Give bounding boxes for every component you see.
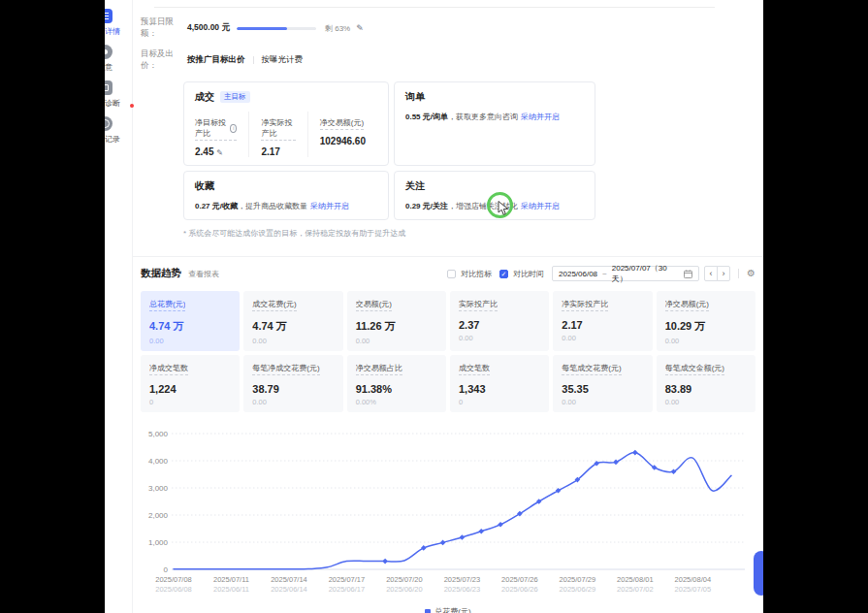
metric-card-label: 净交易额(元): [665, 299, 709, 311]
goal-price: 0.29 元/关注: [405, 202, 448, 210]
metric-card-label: 每笔净成交花费(元): [252, 363, 319, 375]
trend-header: 数据趋势 查看报表 对比指标 ✓ 对比时间 2025/06/08 ~ 2025/…: [141, 266, 755, 281]
svg-text:2025/06/17: 2025/06/17: [329, 585, 366, 594]
svg-text:2025/06/20: 2025/06/20: [386, 585, 423, 594]
metric-card-compare-value: 0.00: [252, 337, 334, 345]
svg-text:2025/08/04: 2025/08/04: [675, 575, 712, 584]
metric-card-compare-value: 0.00: [562, 334, 643, 342]
goal-card-title: 成交: [195, 90, 214, 104]
view-report-link[interactable]: 查看报表: [188, 269, 219, 279]
metric-card[interactable]: 每笔成交金额(元)83.890.00: [657, 355, 755, 412]
metric-label: 净目标投产比: [195, 117, 228, 139]
goal-bid-row: 目标及出价： 按推广目标出价 按曝光计费: [141, 48, 755, 72]
metric-card-compare-value: 0.00: [665, 337, 747, 345]
svg-text:2025/07/14: 2025/07/14: [271, 575, 307, 584]
settings-gear-icon[interactable]: ⚙: [747, 269, 755, 278]
svg-text:2025/07/23: 2025/07/23: [444, 575, 481, 584]
goal-price: 0.55 元/询单: [405, 113, 448, 121]
metric-card[interactable]: 交易额(元)11.26 万0.00: [347, 291, 446, 351]
metric-card-value: 1,224: [149, 383, 231, 395]
metric-card-compare-value: 0.00%: [356, 398, 437, 406]
info-icon[interactable]: i: [230, 124, 237, 133]
svg-text:2025/07/11: 2025/07/11: [213, 575, 249, 584]
metric-card-compare-value: 0.00: [459, 334, 540, 342]
metric-card-label: 成交笔数: [459, 363, 490, 375]
section-divider: [133, 256, 763, 257]
metric-card[interactable]: 净交易额占比91.38%0.00%: [347, 355, 446, 412]
metric-card[interactable]: 净成交笔数1,2240: [141, 355, 240, 412]
bid-by-impression-option[interactable]: 按曝光计费: [262, 54, 304, 66]
svg-text:2025/07/05: 2025/07/05: [675, 585, 712, 594]
prev-period-button[interactable]: ‹: [704, 266, 718, 281]
edit-roi-icon[interactable]: ✎: [216, 148, 223, 157]
goal-desc: ，获取更多意向咨询: [448, 113, 518, 121]
metric-value: 2.45: [195, 146, 213, 157]
svg-text:1,000: 1,000: [148, 538, 169, 547]
compare-time-label: 对比时间: [513, 269, 544, 279]
metric-card-value: 11.26 万: [356, 319, 437, 334]
goal-card-favorite: 收藏 0.27 元/收藏，提升商品收藏数量采纳并开启: [183, 171, 389, 220]
metric-card-label: 净交易额占比: [356, 363, 402, 375]
top-divider: [154, 7, 715, 8]
calendar-icon: [684, 270, 692, 278]
metric-card-value: 1,343: [459, 383, 540, 395]
letterbox-right: [763, 0, 868, 613]
metric-card-compare-value: 0.00: [562, 398, 643, 406]
metric-card-label: 总花费(元): [149, 299, 185, 311]
metric-card[interactable]: 每笔净成交花费(元)38.790.00: [243, 355, 342, 412]
date-range-picker[interactable]: 2025/06/08 ~ 2025/07/07（30天）: [552, 266, 699, 281]
compare-time-checkbox[interactable]: ✓: [499, 270, 508, 278]
metric-card-value: 2.17: [562, 319, 643, 331]
goal-card-title: 询单: [405, 90, 425, 104]
adopt-enable-link[interactable]: 采纳并开启: [521, 113, 560, 121]
svg-text:2025/06/26: 2025/06/26: [501, 585, 538, 594]
metric-card[interactable]: 净实际投产比2.170.00: [553, 291, 652, 351]
goal-card-title: 收藏: [195, 179, 214, 193]
letterbox-left: [0, 0, 105, 613]
goal-cards-grid: 成交 主目标 净目标投产比i 2.45 ✎ 净实际投产比 2.17 净交易额(元…: [183, 81, 755, 220]
metric-card-value: 91.38%: [356, 383, 437, 395]
metric-card-label: 实际投产比: [459, 299, 498, 311]
svg-text:2025/07/08: 2025/07/08: [155, 575, 192, 584]
metric-card[interactable]: 净交易额(元)10.29 万0.00: [657, 291, 755, 351]
metric-card-label: 成交花费(元): [252, 299, 296, 311]
metric-card-compare-value: 0.00: [252, 398, 334, 406]
svg-text:2025/06/11: 2025/06/11: [213, 585, 249, 594]
bid-by-goal-option[interactable]: 按推广目标出价: [187, 54, 245, 66]
deal-metrics: 净目标投产比i 2.45 ✎ 净实际投产比 2.17 净交易额(元) 10294…: [195, 112, 377, 157]
next-period-button[interactable]: ›: [717, 266, 730, 281]
metric-card-label: 每笔成交金额(元): [665, 363, 724, 375]
svg-text:2,000: 2,000: [148, 511, 169, 520]
trend-line-chart: 01,0002,0003,0004,0005,0002025/07/082025…: [141, 426, 755, 602]
metric-card-label: 交易额(元): [356, 299, 392, 311]
goal-card-inquiry: 询单 0.55 元/询单，获取更多意向咨询采纳并开启: [394, 81, 595, 166]
metric-value: 102946.60: [320, 136, 366, 146]
metric-card-compare-value: 0: [149, 398, 231, 406]
goal-card-deal: 成交 主目标 净目标投产比i 2.45 ✎ 净实际投产比 2.17 净交易额(元…: [183, 81, 389, 166]
budget-row: 预算日限额： 4,500.00 元 剩 63% ✎: [141, 16, 755, 40]
metric-card[interactable]: 每笔成交花费(元)35.350.00: [553, 355, 652, 412]
metric-card[interactable]: 实际投产比2.370.00: [450, 291, 549, 351]
goal-price: 0.27 元/收藏: [195, 202, 238, 210]
budget-progress-fill: [237, 27, 287, 30]
cursor-icon: [498, 201, 509, 216]
metric-card-value: 2.37: [459, 319, 540, 331]
adopt-enable-link[interactable]: 采纳并开启: [521, 202, 560, 210]
svg-text:5,000: 5,000: [148, 430, 169, 438]
compare-metric-label: 对比指标: [461, 269, 492, 279]
metric-card[interactable]: 成交笔数1,3430: [450, 355, 549, 412]
metric-card-compare-value: 0.00: [149, 337, 231, 345]
budget-remaining: 剩 63%: [325, 23, 350, 34]
metric-card[interactable]: 成交花费(元)4.74 万0.00: [243, 291, 342, 351]
metric-card-compare-value: 0.00: [665, 398, 747, 406]
goal-desc: ，提升商品收藏数量: [238, 202, 307, 210]
svg-text:2025/06/23: 2025/06/23: [444, 585, 481, 594]
svg-text:2025/07/29: 2025/07/29: [560, 575, 596, 584]
adopt-enable-link[interactable]: 采纳并开启: [310, 202, 349, 210]
metric-card[interactable]: 总花费(元)4.74 万0.00: [141, 291, 240, 351]
chart-legend: 总花费(元): [141, 606, 755, 613]
edit-budget-icon[interactable]: ✎: [356, 23, 364, 33]
metric-card-value: 10.29 万: [665, 319, 747, 334]
date-start: 2025/06/08: [559, 270, 597, 278]
compare-metric-checkbox[interactable]: [447, 270, 456, 278]
